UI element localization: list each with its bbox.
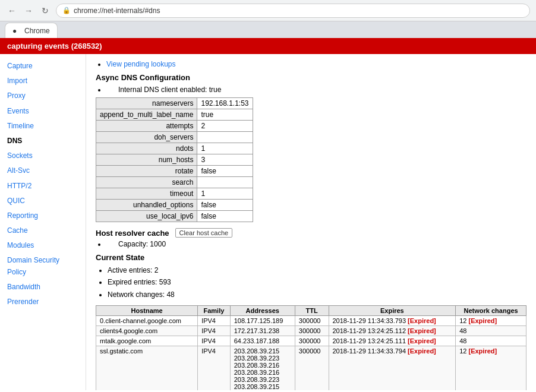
dns-family: IPV4 xyxy=(198,336,231,346)
state-entry: Network changes: 48 xyxy=(108,289,526,301)
dns-table-header-row: HostnameFamilyAddressesTTLExpiresNetwork… xyxy=(96,306,526,316)
config-row: unhandled_optionsfalse xyxy=(96,200,253,211)
sidebar-item-modules[interactable]: Modules xyxy=(0,238,86,253)
tab-label: Chrome xyxy=(24,27,50,35)
sidebar-item-reporting[interactable]: Reporting xyxy=(0,208,86,223)
sidebar-item-domain-security[interactable]: Domain Security Policy xyxy=(0,253,86,279)
dns-table-head: HostnameFamilyAddressesTTLExpiresNetwork… xyxy=(96,306,526,316)
config-key: attempts xyxy=(96,121,197,132)
pending-lookups-link[interactable]: View pending lookups xyxy=(106,60,176,68)
config-row: ndots1 xyxy=(96,143,253,154)
config-value: 1 xyxy=(197,188,253,200)
sidebar-item-capture[interactable]: Capture xyxy=(0,59,86,74)
sidebar-item-cache[interactable]: Cache xyxy=(0,223,86,238)
config-key: rotate xyxy=(96,166,197,177)
sidebar-item-dns: DNS xyxy=(0,134,86,148)
config-key: nameservers xyxy=(96,98,197,109)
config-row: num_hosts3 xyxy=(96,154,253,166)
config-key: ndots xyxy=(96,143,197,154)
main-layout: CaptureImportProxyEventsTimelineDNSSocke… xyxy=(0,54,536,390)
state-entry: Active entries: 2 xyxy=(108,264,526,276)
active-tab[interactable]: ● Chrome xyxy=(5,23,58,38)
async-dns-title: Async DNS Configuration xyxy=(96,73,526,82)
config-row: search xyxy=(96,177,253,188)
config-row: rotatefalse xyxy=(96,166,253,177)
status-text: capturing events (268532) xyxy=(7,42,102,50)
config-value: false xyxy=(197,211,253,222)
config-key: append_to_multi_label_name xyxy=(96,109,197,121)
status-bar: capturing events (268532) xyxy=(0,38,536,54)
dns-expires: 2018-11-29 11:34:33.793 [Expired] xyxy=(329,316,456,326)
url-text: chrome://net-internals/#dns xyxy=(74,7,160,15)
config-value xyxy=(197,132,253,143)
config-value: 1 xyxy=(197,143,253,154)
dns-hostname: clients4.google.com xyxy=(96,326,198,336)
config-key: timeout xyxy=(96,188,197,200)
dns-ttl: 300000 xyxy=(295,336,329,346)
capacity-text: Capacity: 1000 xyxy=(118,240,166,248)
dns-table-row: mtalk.google.comIPV464.233.187.188300000… xyxy=(96,336,526,346)
tab-favicon: ● xyxy=(12,27,21,35)
dns-ttl: 300000 xyxy=(295,316,329,326)
config-row: append_to_multi_label_nametrue xyxy=(96,109,253,121)
dns-table: HostnameFamilyAddressesTTLExpiresNetwork… xyxy=(96,305,526,390)
expired-badge: [Expired] xyxy=(408,347,436,355)
sidebar-item-events[interactable]: Events xyxy=(0,104,86,119)
dns-table-row: ssl.gstatic.comIPV4203.208.39.215203.208… xyxy=(96,346,526,390)
clear-host-cache-button[interactable]: Clear host cache xyxy=(175,228,233,238)
dns-table-header: TTL xyxy=(295,306,329,316)
dns-ttl: 300000 xyxy=(295,326,329,336)
sidebar-item-proxy[interactable]: Proxy xyxy=(0,88,86,103)
config-value: true xyxy=(197,109,253,121)
dns-addresses: 203.208.39.215203.208.39.223203.208.39.2… xyxy=(230,346,295,390)
sidebar-item-timeline[interactable]: Timeline xyxy=(0,119,86,134)
sidebar-item-bandwidth[interactable]: Bandwidth xyxy=(0,280,86,295)
sidebar-item-prerender[interactable]: Prerender xyxy=(0,295,86,309)
dns-table-header: Addresses xyxy=(230,306,295,316)
sidebar-item-alt-svc[interactable]: Alt-Svc xyxy=(0,163,86,178)
reload-button[interactable]: ↻ xyxy=(39,5,51,17)
expired-badge: [Expired] xyxy=(408,327,436,334)
config-row: attempts2 xyxy=(96,121,253,132)
expired-badge: [Expired] xyxy=(408,337,436,344)
sidebar-item-http2[interactable]: HTTP/2 xyxy=(0,179,86,194)
config-row: doh_servers xyxy=(96,132,253,143)
state-entry: Expired entries: 593 xyxy=(108,276,526,288)
browser-chrome: ← → ↻ 🔒 chrome://net-internals/#dns xyxy=(0,0,536,21)
config-row: timeout1 xyxy=(96,188,253,200)
state-list: Active entries: 2Expired entries: 593Net… xyxy=(108,264,526,301)
dns-expires: 2018-11-29 13:24:25.112 [Expired] xyxy=(329,326,456,336)
sidebar-item-sockets[interactable]: Sockets xyxy=(0,148,86,163)
config-value: false xyxy=(197,200,253,211)
dns-addresses: 108.177.125.189 xyxy=(230,316,295,326)
back-button[interactable]: ← xyxy=(6,5,18,17)
dns-table-body: 0.client-channel.google.comIPV4108.177.1… xyxy=(96,316,526,390)
dns-network-changes: 48 xyxy=(456,326,526,336)
tab-bar: ● Chrome xyxy=(0,21,536,38)
config-value: 192.168.1.1:53 xyxy=(197,98,253,109)
dns-expires: 2018-11-29 11:34:33.794 [Expired] xyxy=(329,346,456,390)
dns-table-header: Expires xyxy=(329,306,456,316)
sidebar: CaptureImportProxyEventsTimelineDNSSocke… xyxy=(0,54,86,390)
config-value xyxy=(197,177,253,188)
dns-table-header: Network changes xyxy=(456,306,526,316)
config-row: use_local_ipv6false xyxy=(96,211,253,222)
dns-hostname: ssl.gstatic.com xyxy=(96,346,198,390)
host-resolver-title: Host resolver cache xyxy=(96,229,169,238)
config-table: nameservers192.168.1.1:53append_to_multi… xyxy=(96,97,253,222)
config-row: nameservers192.168.1.1:53 xyxy=(96,98,253,109)
dns-table-header: Hostname xyxy=(96,306,198,316)
expired-badge: [Expired] xyxy=(468,317,497,324)
dns-hostname: 0.client-channel.google.com xyxy=(96,316,198,326)
forward-button[interactable]: → xyxy=(23,5,34,17)
url-bar[interactable]: 🔒 chrome://net-internals/#dns xyxy=(56,4,530,18)
sidebar-item-import[interactable]: Import xyxy=(0,74,86,88)
dns-table-header: Family xyxy=(198,306,231,316)
config-key: doh_servers xyxy=(96,132,197,143)
dns-addresses: 172.217.31.238 xyxy=(230,326,295,336)
host-resolver-header: Host resolver cache Clear host cache xyxy=(96,228,526,238)
sidebar-item-quic[interactable]: QUIC xyxy=(0,194,86,208)
dns-ttl: 300000 xyxy=(295,346,329,390)
config-key: num_hosts xyxy=(96,154,197,166)
internal-dns-text: Internal DNS client enabled: true xyxy=(118,86,221,94)
